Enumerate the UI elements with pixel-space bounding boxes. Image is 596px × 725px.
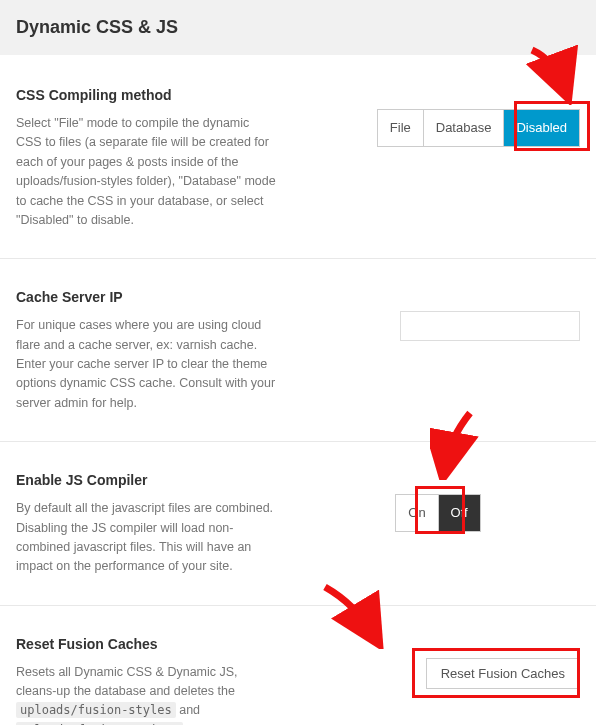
option-left: Reset Fusion Caches Resets all Dynamic C…	[16, 634, 296, 725]
desc-text: Resets all Dynamic CSS & Dynamic JS, cle…	[16, 665, 238, 698]
cache-ip-input[interactable]	[400, 311, 580, 341]
option-css-compiling: CSS Compiling method Select "File" mode …	[0, 85, 596, 259]
desc-text: and	[176, 703, 200, 717]
option-title: Cache Server IP	[16, 287, 276, 308]
js-compiler-toggle: On Off	[395, 494, 480, 532]
reset-caches-button[interactable]: Reset Fusion Caches	[426, 658, 580, 689]
css-compile-file[interactable]: File	[378, 110, 424, 146]
option-left: Cache Server IP For unique cases where y…	[16, 287, 296, 413]
css-compile-disabled[interactable]: Disabled	[504, 110, 579, 146]
option-title: CSS Compiling method	[16, 85, 276, 106]
css-compile-toggle: File Database Disabled	[377, 109, 580, 147]
option-js-compiler: Enable JS Compiler By default all the ja…	[0, 470, 596, 606]
option-right	[296, 287, 580, 413]
option-title: Enable JS Compiler	[16, 470, 276, 491]
option-desc: Resets all Dynamic CSS & Dynamic JS, cle…	[16, 663, 276, 725]
option-desc: For unique cases where you are using clo…	[16, 316, 276, 413]
section-header: Dynamic CSS & JS	[0, 0, 596, 55]
code-path: uploads/fusion-styles	[16, 702, 176, 718]
option-cache-ip: Cache Server IP For unique cases where y…	[0, 287, 596, 442]
option-desc: Select "File" mode to compile the dynami…	[16, 114, 276, 230]
option-reset-caches: Reset Fusion Caches Resets all Dynamic C…	[0, 634, 596, 725]
section-title: Dynamic CSS & JS	[16, 17, 178, 37]
option-right: On Off	[296, 470, 580, 577]
option-right: File Database Disabled	[296, 85, 580, 230]
option-title: Reset Fusion Caches	[16, 634, 276, 655]
option-left: CSS Compiling method Select "File" mode …	[16, 85, 296, 230]
js-compiler-on[interactable]: On	[396, 495, 438, 531]
option-desc: By default all the javascript files are …	[16, 499, 276, 577]
option-left: Enable JS Compiler By default all the ja…	[16, 470, 296, 577]
css-compile-database[interactable]: Database	[424, 110, 505, 146]
js-compiler-off[interactable]: Off	[439, 495, 480, 531]
option-right: Reset Fusion Caches	[296, 634, 580, 725]
